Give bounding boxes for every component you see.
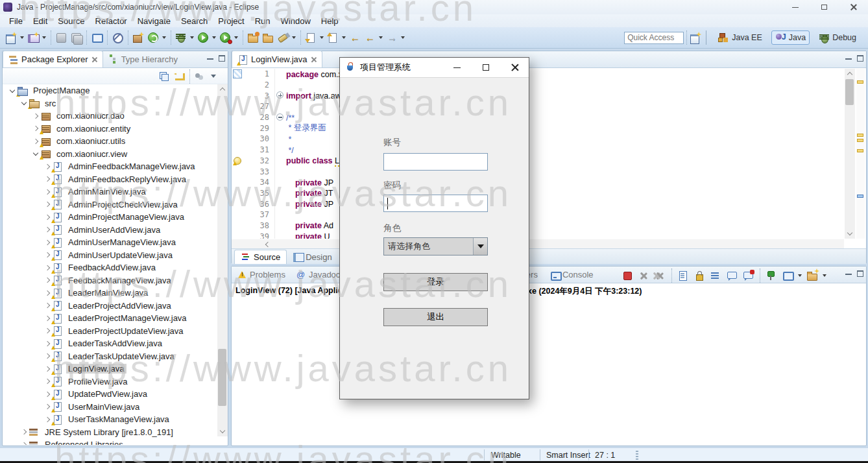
new-wizard-icon[interactable] bbox=[5, 32, 18, 43]
perspective-java[interactable]: Java bbox=[771, 30, 810, 45]
tree-item-updatepwdview-java[interactable]: UpdatePwdView.java bbox=[3, 388, 218, 401]
tab-console[interactable]: Console bbox=[544, 266, 599, 283]
combo-arrow-button[interactable] bbox=[473, 238, 487, 255]
chevron-right-icon[interactable] bbox=[43, 291, 52, 295]
window-minimize-button[interactable] bbox=[780, 0, 810, 14]
chevron-right-icon[interactable] bbox=[43, 266, 52, 270]
perspective-debug[interactable]: Debug bbox=[815, 30, 860, 45]
tree-item-adminusermanageview-java[interactable]: AdminUserManageView.java bbox=[3, 236, 218, 249]
chevron-down-icon[interactable] bbox=[8, 89, 17, 92]
explorer-minimize-icon[interactable] bbox=[207, 58, 213, 60]
new-wizard-dropdown-icon[interactable] bbox=[20, 36, 24, 39]
quick-access-input[interactable] bbox=[624, 32, 684, 44]
perspective-javaee[interactable]: Java EE bbox=[714, 30, 766, 45]
chevron-right-icon[interactable] bbox=[43, 215, 52, 219]
code-editor[interactable]: 1package com.xi23import java.aw2728/**29… bbox=[232, 69, 866, 239]
fold-collapse-icon[interactable] bbox=[276, 113, 283, 121]
tree-item-projectmanage[interactable]: ProjectManage bbox=[3, 84, 218, 97]
tree-item-feedbackaddview-java[interactable]: FeedbackAddView.java bbox=[3, 261, 218, 274]
chevron-right-icon[interactable] bbox=[43, 202, 52, 206]
tab-type-hierarchy[interactable]: Type Hierarchy bbox=[103, 51, 183, 67]
new-console-dropdown-icon[interactable] bbox=[823, 274, 826, 277]
tab-source[interactable]: Source bbox=[234, 250, 287, 264]
pin-console-icon[interactable] bbox=[766, 270, 778, 281]
editor-tab-close-icon[interactable] bbox=[311, 57, 317, 62]
debug-dropdown-icon[interactable] bbox=[190, 36, 194, 39]
clear-console-icon[interactable] bbox=[677, 270, 690, 281]
tree-item-leaderprojectaddview-java[interactable]: LeaderProjectAddView.java bbox=[3, 300, 218, 313]
chevron-right-icon[interactable] bbox=[43, 418, 52, 421]
editor-tab-loginview[interactable]: LoginView.java bbox=[232, 51, 322, 67]
chevron-right-icon[interactable] bbox=[43, 316, 52, 320]
dialog-title-bar[interactable]: 项目管理系统 bbox=[340, 58, 529, 78]
tree-item-com-xiaoniucr-view[interactable]: com.xiaoniucr.view bbox=[3, 148, 218, 161]
prev-annotation-icon[interactable] bbox=[327, 32, 339, 43]
chevron-right-icon[interactable] bbox=[19, 430, 29, 434]
tree-item-adminuserupdateview-java[interactable]: AdminUserUpdateView.java bbox=[3, 249, 218, 262]
search-icon[interactable] bbox=[277, 32, 289, 43]
word-wrap-icon[interactable] bbox=[710, 270, 722, 281]
refresh-icon[interactable] bbox=[147, 32, 160, 43]
scroll-lock-icon[interactable] bbox=[693, 270, 706, 281]
next-annotation-icon[interactable] bbox=[305, 32, 317, 43]
chevron-right-icon[interactable] bbox=[43, 354, 52, 358]
open-perspective-icon[interactable] bbox=[690, 32, 701, 43]
console-output[interactable] bbox=[232, 298, 866, 445]
display-console-dropdown-icon[interactable] bbox=[798, 274, 802, 277]
tree-item-adminprojectmanageview-java[interactable]: AdminProjectManageView.java bbox=[3, 211, 218, 224]
console-maximize-icon[interactable] bbox=[857, 270, 863, 277]
terminate-icon[interactable] bbox=[621, 270, 634, 281]
refresh-dropdown-icon[interactable] bbox=[162, 36, 166, 39]
tab-problems[interactable]: Problems bbox=[232, 266, 291, 283]
open-type-icon[interactable] bbox=[247, 32, 259, 43]
dialog-minimize-button[interactable] bbox=[446, 58, 468, 77]
menu-item-project[interactable]: Project bbox=[213, 16, 249, 27]
editor-horizontal-scrollbar[interactable] bbox=[232, 239, 844, 248]
tree-item-adminmainview-java[interactable]: AdminMainView.java bbox=[3, 185, 218, 198]
tree-item-jre-system-library-jre1-8-0-191-[interactable]: JRE System Library [jre1.8.0_191] bbox=[3, 426, 218, 439]
run-dropdown-icon[interactable] bbox=[212, 36, 216, 39]
statusbar-grip[interactable] bbox=[636, 451, 638, 460]
tree-item-leadermainview-java[interactable]: LeaderMainView.java bbox=[3, 287, 218, 300]
menu-item-window[interactable]: Window bbox=[276, 16, 316, 27]
chevron-right-icon[interactable] bbox=[43, 405, 52, 409]
menu-item-file[interactable]: File bbox=[4, 16, 28, 27]
coverage-icon[interactable] bbox=[219, 32, 232, 43]
view-menu-icon[interactable] bbox=[209, 71, 221, 82]
chevron-down-icon[interactable] bbox=[19, 102, 29, 104]
chevron-right-icon[interactable] bbox=[43, 228, 52, 232]
chevron-right-icon[interactable] bbox=[43, 367, 52, 371]
chevron-right-icon[interactable] bbox=[43, 303, 52, 307]
collapse-all-icon[interactable] bbox=[158, 71, 171, 82]
menu-item-navigate[interactable]: Navigate bbox=[132, 16, 176, 27]
tree-item-leadertaskaddview-java[interactable]: LeaderTaskAddView.java bbox=[3, 337, 218, 350]
menu-item-search[interactable]: Search bbox=[176, 16, 213, 27]
forward-dropdown-icon[interactable] bbox=[401, 36, 405, 39]
debug-icon[interactable] bbox=[175, 32, 187, 43]
chevron-down-icon[interactable] bbox=[31, 152, 40, 155]
window-maximize-button[interactable] bbox=[810, 0, 839, 14]
save-icon[interactable] bbox=[55, 32, 67, 43]
next-annotation-dropdown-icon[interactable] bbox=[320, 36, 324, 39]
tree-item-referenced-libraries[interactable]: Referenced Libraries bbox=[3, 438, 218, 445]
chevron-right-icon[interactable] bbox=[19, 443, 29, 445]
chevron-right-icon[interactable] bbox=[43, 342, 52, 346]
chevron-right-icon[interactable] bbox=[43, 241, 52, 244]
new-console-icon[interactable] bbox=[806, 270, 819, 281]
chevron-right-icon[interactable] bbox=[31, 126, 40, 130]
forward-icon[interactable]: → bbox=[386, 32, 398, 43]
back-icon[interactable]: ← bbox=[364, 32, 376, 43]
tree-item-adminprojectcheckview-java[interactable]: AdminProjectCheckView.java bbox=[3, 198, 218, 211]
new-java-project-dropdown-icon[interactable] bbox=[42, 36, 46, 39]
menu-item-refactor[interactable]: Refactor bbox=[90, 16, 132, 27]
tree-item-src[interactable]: src bbox=[3, 97, 218, 110]
tree-item-usertaskmanageview-java[interactable]: UserTaskManageView.java bbox=[3, 413, 218, 426]
tree-item-com-xiaoniucr-utils[interactable]: com.xiaoniucr.utils bbox=[3, 135, 218, 148]
chevron-right-icon[interactable] bbox=[43, 278, 52, 282]
window-close-button[interactable] bbox=[839, 0, 868, 14]
tree-item-usermainview-java[interactable]: UserMainView.java bbox=[3, 401, 218, 414]
tree-item-adminfeedbackmanageview-java[interactable]: AdminFeedbackManageView.java bbox=[3, 160, 218, 173]
open-resource-icon[interactable] bbox=[262, 32, 274, 43]
account-input[interactable] bbox=[383, 153, 488, 171]
tree-item-com-xiaoniucr-dao[interactable]: com.xiaoniucr.dao bbox=[3, 110, 218, 123]
